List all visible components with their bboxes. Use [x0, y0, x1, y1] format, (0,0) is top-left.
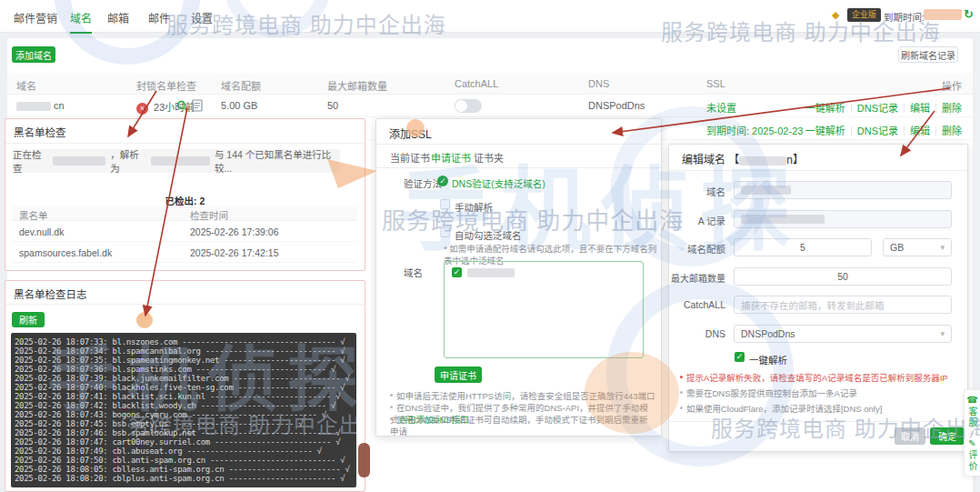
auto-wildcard-label[interactable]: 自动勾选泛域名	[455, 228, 522, 242]
resolve-link[interactable]: 一键解析	[805, 126, 845, 136]
ssl-note: 如申请后无法使用HTTPS访问，请检查安全组是否正确放行443端口	[390, 390, 655, 402]
expiry-date-redacted	[924, 9, 962, 20]
blacklist-row: dev.null.dk 2025-02-26 17:39:06	[12, 222, 357, 242]
max-mailboxes-field-label: 最大邮箱数量	[669, 271, 725, 285]
catchall-toggle[interactable]	[455, 99, 482, 113]
tab-apply-cert[interactable]: 申请证书	[431, 150, 471, 165]
dns-records-link[interactable]: DNS记录	[857, 103, 898, 114]
dns-cell: DNSPodDns	[588, 100, 645, 111]
chevron-down-icon: ▾	[940, 243, 945, 252]
quota-field-label: 域名配额	[669, 242, 725, 256]
refresh-log-button[interactable]: 刷新	[12, 312, 45, 327]
tab-cert-folder[interactable]: 证书夹	[474, 150, 504, 165]
customer-service-icon[interactable]: ☎	[966, 395, 977, 405]
plan-badge: 企业版	[847, 8, 881, 22]
blacklisted-icon: ×	[136, 103, 148, 115]
tab-settings[interactable]: 设置	[191, 10, 213, 25]
col-blocklist-check: 封锁名单检查	[136, 78, 196, 93]
checking-status: 正在检查 ，解析为 与 144 个已知黑名单进行比较...	[13, 149, 340, 173]
feedback-link[interactable]: 评价	[965, 450, 979, 472]
verify-method-label: 验证方法	[404, 176, 442, 190]
ssl-status[interactable]: 未设置	[706, 100, 736, 115]
edit-domain-redacted	[739, 156, 786, 166]
chevron-down-icon: ▾	[940, 329, 945, 338]
one-click-resolve-label[interactable]: 一键解析	[749, 353, 787, 366]
add-ssl-modal: 添加SSL 当前证书 申请证书 证书夹 验证方法 ✓ DNS验证(支持泛域名) …	[375, 118, 662, 437]
manual-resolve-checkbox[interactable]	[440, 199, 450, 209]
blacklist-check-panel: 黑名单检查 正在检查 ，解析为 与 144 个已知黑名单进行比较... 已检出:…	[5, 118, 365, 271]
domain-redacted	[16, 102, 51, 111]
tab-domain[interactable]: 域名	[70, 10, 92, 25]
panel-title: 黑名单检查	[14, 125, 66, 139]
log-terminal[interactable]: 2025-02-26 18:07:33: bl.nszones.com ----…	[11, 333, 356, 487]
max-mailboxes-field[interactable]: 50	[734, 267, 952, 286]
checking-ip-redacted	[151, 156, 210, 166]
edit-note-error: 提示A记录解析失败，请检查填写的A记录域名是否已解析到服务器IP	[680, 372, 957, 384]
a-record-field	[734, 210, 952, 228]
checking-domain-redacted	[53, 156, 105, 166]
cancel-button[interactable]: 取消	[895, 427, 925, 445]
tab-mailbox[interactable]: 邮箱	[107, 10, 129, 25]
page: 邮件营销 域名 邮箱 邮件 设置 ◆ 企业版 到期时间: ↻ 添加域名 刷新域名…	[0, 0, 980, 492]
table-row: cn × 23小时前 5.00 GB 50 DNSPodDns 未设置 一键解析…	[7, 95, 973, 117]
tab-email-marketing[interactable]: 邮件营销	[14, 10, 57, 25]
renew-icon[interactable]: ↻	[964, 7, 974, 21]
domain-item-redacted	[467, 268, 515, 277]
col-quota: 域名配额	[221, 78, 261, 93]
expiry-label: 到期时间:	[884, 10, 925, 24]
tab-current-cert[interactable]: 当前证书	[390, 150, 430, 165]
confirm-button[interactable]: 确定	[930, 427, 965, 445]
delete-link[interactable]: 删除	[942, 126, 962, 136]
ssl-note: 使用DNS接口申请证书可自动续期，手动模式下证书到期后需重新申请	[390, 414, 655, 437]
max-mailboxes-cell: 50	[327, 100, 338, 111]
edit-link[interactable]: 编辑	[910, 103, 930, 114]
dns-verify-radio[interactable]: ✓	[437, 176, 448, 186]
col-ssl: SSL	[706, 78, 725, 89]
col-dns: DNS	[588, 78, 609, 89]
blacklist-row: spamsources.fabel.dk 2025-02-26 17:42:15	[12, 243, 357, 263]
col-blacklist: 黑名单	[19, 208, 48, 222]
dns-field-label: DNS	[669, 328, 725, 339]
domain-table-header: 域名 封锁名单检查 域名配额 最大邮箱数量 CatchALL DNS SSL 操…	[7, 73, 973, 95]
floating-sidebar: ☎ 客服 ✎ 评价	[964, 389, 980, 477]
edit-note: 如果使用CloudFlare，添加记录时请选择[DNS only]	[680, 403, 957, 415]
ssl-expiry: 到期时间: 2025-02-23	[706, 123, 803, 137]
edit-note: 需要在DNS服务提供商控制台添加一条A记录	[680, 387, 957, 399]
log-document-icon[interactable]	[192, 99, 203, 112]
row-actions: 一键解析DNS记录编辑删除	[805, 100, 962, 115]
auto-wildcard-checkbox[interactable]	[440, 227, 450, 237]
col-actions: 操作	[942, 78, 962, 93]
dns-verify-label[interactable]: DNS验证(支持泛域名)	[452, 176, 545, 190]
apply-cert-button[interactable]: 申请证书	[435, 366, 482, 383]
quota-unit-select[interactable]: GB ▾	[883, 238, 952, 256]
dns-provider-select[interactable]: DNSPodDns ▾	[734, 325, 952, 343]
quota-field[interactable]: 5	[734, 238, 872, 256]
edit-link[interactable]: 编辑	[910, 126, 930, 136]
catchall-field[interactable]: 捕获不存在的邮箱，转发到此邮箱	[734, 296, 952, 314]
col-domain: 域名	[16, 78, 36, 93]
dns-records-link[interactable]: DNS记录	[857, 126, 898, 136]
domain-field-label: 域名	[669, 185, 725, 198]
customer-service-link[interactable]: 客服	[965, 407, 979, 428]
col-max-mailboxes: 最大邮箱数量	[327, 78, 387, 93]
edit-domain-modal: 编辑域名 【n】 域名 A 记录 域名配额 5 GB ▾ 最大邮箱数量 50 C…	[668, 144, 968, 452]
domain-cell: cn	[16, 100, 65, 111]
feedback-icon[interactable]: ✎	[968, 438, 975, 448]
delete-link[interactable]: 删除	[942, 103, 962, 114]
one-click-resolve-checkbox[interactable]: ✓	[735, 352, 745, 362]
resolve-link[interactable]: 一键解析	[805, 103, 845, 114]
top-navbar: 邮件营销 域名 邮箱 邮件 设置 ◆ 企业版 到期时间: ↻	[0, 0, 980, 33]
tab-mail[interactable]: 邮件	[148, 10, 170, 25]
domain-item-checkbox[interactable]: ✓	[452, 267, 462, 277]
refresh-domain-records-button[interactable]: 刷新域名记录	[898, 46, 958, 63]
magnifier-icon[interactable]	[176, 100, 188, 112]
modal-title: 编辑域名 【n】	[682, 151, 804, 166]
col-catchall: CatchALL	[455, 78, 498, 89]
domain-select-list[interactable]: ✓	[444, 261, 644, 358]
diamond-icon: ◆	[832, 9, 839, 21]
manual-resolve-label[interactable]: 手动解析	[455, 200, 493, 214]
ssl-domain-label: 域名	[404, 266, 423, 279]
a-record-field-label: A 记录	[669, 214, 725, 227]
modal-title: 添加SSL	[389, 126, 432, 141]
add-domain-button[interactable]: 添加域名	[12, 46, 55, 63]
